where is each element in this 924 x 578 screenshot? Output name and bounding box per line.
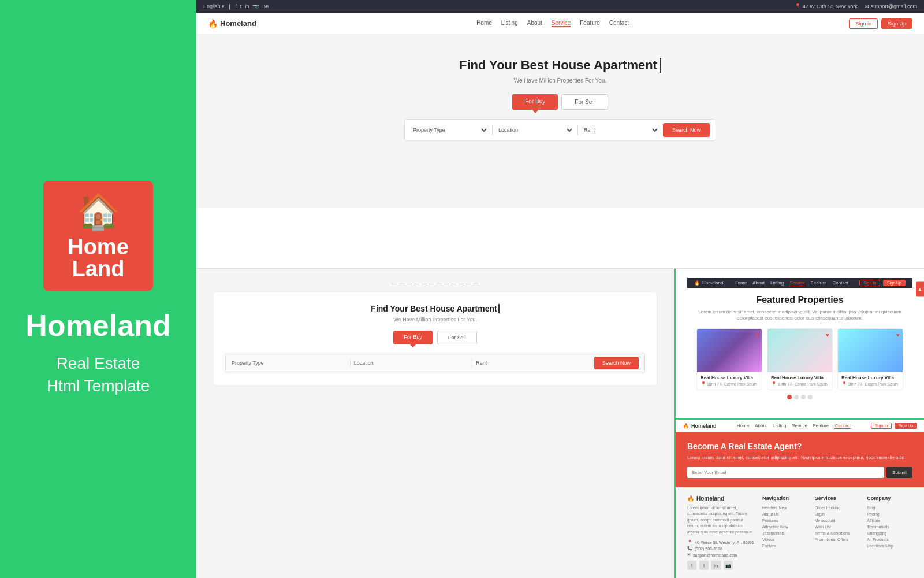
tab-for-sell[interactable]: For Sell <box>561 94 608 110</box>
contact-signin[interactable]: Sign In <box>871 423 892 429</box>
footer-service-account[interactable]: My account <box>815 518 860 523</box>
dot-1[interactable] <box>787 395 792 399</box>
email-input[interactable] <box>687 467 884 478</box>
top-signin[interactable]: Sign In <box>859 280 880 286</box>
footer-company-blog[interactable]: Blog <box>867 506 912 510</box>
for-buy-tab[interactable]: For Buy <box>393 331 433 344</box>
addr-text-1: Birth 77- Centre Park South <box>707 382 757 386</box>
footer-company-pricing[interactable]: Pricing <box>867 512 912 516</box>
footer-company-changelog[interactable]: Changelog <box>867 531 912 535</box>
featured-desc: Lorem ipsum dolor sit amet, consectetur … <box>696 309 903 321</box>
heart-icon-1[interactable]: ♥ <box>755 332 759 338</box>
top-nav-service[interactable]: Service <box>789 280 805 286</box>
pin-icon: 📍 <box>795 3 801 9</box>
nav-listing[interactable]: Listing <box>501 20 518 27</box>
contact-nav-listing[interactable]: Listing <box>773 423 786 429</box>
dot-2[interactable] <box>794 395 799 399</box>
scroll-indicator[interactable]: ▲ <box>916 282 924 297</box>
preview-right-panel: 🔥 Homeland Home About Listing Service Fe… <box>676 269 924 578</box>
footer-service-terms[interactable]: Terms & Conditions <box>815 531 860 535</box>
nav-auth-buttons: Sign in Sign Up <box>849 18 912 29</box>
footer-company-products[interactable]: All Products <box>867 538 912 542</box>
top-nav-feature[interactable]: Feature <box>811 280 827 286</box>
search-divider-1 <box>492 125 493 135</box>
email-text: support@gmail.com <box>871 3 917 9</box>
top-signup[interactable]: Sign Up <box>883 280 906 286</box>
logo-text-land: Land <box>72 258 125 280</box>
linkedin-icon[interactable]: in <box>245 3 249 9</box>
property-card-body-3: Real House Luxury Villa 📍 Birth 77- Cent… <box>838 372 903 390</box>
contact-signup[interactable]: Sign Up <box>895 423 917 429</box>
footer-instagram-icon[interactable]: 📷 <box>724 561 733 570</box>
nav-home[interactable]: Home <box>476 20 492 27</box>
location-text: Location <box>354 360 469 366</box>
footer-company-locations[interactable]: Locations Map <box>867 544 912 548</box>
become-agent-title: Become A Real Estate Agent? <box>687 442 912 451</box>
behance-icon[interactable]: Be <box>262 3 269 9</box>
footer-facebook-icon[interactable]: f <box>687 561 696 570</box>
footer-company-testimonials[interactable]: Testimonials <box>867 525 912 529</box>
contact-nav-about[interactable]: About <box>755 423 767 429</box>
facebook-icon[interactable]: f <box>235 3 237 9</box>
submit-button[interactable]: Submit <box>886 467 912 478</box>
footer-nav-features[interactable]: Features <box>762 518 808 523</box>
divider-a <box>350 358 351 368</box>
footer-linkedin-icon[interactable]: in <box>711 561 721 570</box>
tab-for-buy[interactable]: For Buy <box>512 94 558 110</box>
footer-nav-about[interactable]: About Us <box>762 512 808 516</box>
email-icon: ✉ <box>865 3 869 9</box>
become-agent-section: Become A Real Estate Agent? Lorem ipsum … <box>676 432 924 487</box>
footer-service-order[interactable]: Order tracking <box>815 506 860 510</box>
footer-service-wishlist[interactable]: Wish List <box>815 525 860 529</box>
top-nav-contact[interactable]: Contact <box>832 280 848 286</box>
nav-feature[interactable]: Feature <box>580 20 599 27</box>
footer-twitter-icon[interactable]: t <box>699 561 709 570</box>
heart-icon-2[interactable]: ♥ <box>826 332 829 338</box>
for-sell-tab[interactable]: For Sell <box>437 331 477 344</box>
footer-service-promo[interactable]: Promotional Offers <box>815 538 860 542</box>
property-card-3: ♥ Real House Luxury Villa 📍 Birth 77- Ce… <box>837 328 903 390</box>
dot-4[interactable] <box>808 395 813 399</box>
footer-address: 📍 40 Pierce St, Westerly, RI, 02891 <box>687 540 755 544</box>
contact-nav-feature[interactable]: Feature <box>813 423 829 429</box>
contact-nav-service[interactable]: Service <box>792 423 807 429</box>
rent-select[interactable]: Rent <box>582 127 660 134</box>
brand-subtitle-line2: Html Template <box>47 377 150 395</box>
nav-service[interactable]: Service <box>552 20 571 27</box>
contact-nav-contact[interactable]: Contact <box>834 423 851 429</box>
search-now-button[interactable]: Search Now <box>663 123 710 137</box>
instagram-icon[interactable]: 📷 <box>252 3 259 9</box>
top-nav-listing[interactable]: Listing <box>770 280 784 286</box>
property-card-body-2: Real House Luxury Villa 📍 Birth 77- Cent… <box>767 372 832 390</box>
contact-nav-home[interactable]: Home <box>737 423 749 429</box>
language-label: English <box>203 3 221 9</box>
property-type-select[interactable]: Property Type <box>411 127 489 134</box>
footer-address-text: 40 Pierce St, Westerly, RI, 02891 <box>695 540 754 544</box>
signin-button[interactable]: Sign in <box>849 18 878 29</box>
nav-about[interactable]: About <box>527 20 542 27</box>
location-select[interactable]: Location <box>496 127 574 134</box>
main-nav: 🔥 Homeland Home Listing About Service Fe… <box>196 13 924 35</box>
main-nav-links: Home Listing About Service Feature Conta… <box>476 20 629 27</box>
nav-contact[interactable]: Contact <box>609 20 629 27</box>
top-brand: Homeland <box>702 280 723 286</box>
dot-3[interactable] <box>801 395 806 399</box>
top-nav-home[interactable]: Home <box>735 280 747 286</box>
footer-email: ✉ support@homeland.com <box>687 553 755 557</box>
contact-flame-icon: 🔥 <box>683 423 689 429</box>
top-nav-about[interactable]: About <box>752 280 765 286</box>
footer-nav-footers[interactable]: Footers <box>762 544 808 548</box>
footer-nav-attractive[interactable]: Attractive New <box>762 525 808 529</box>
language-selector[interactable]: English ▾ <box>203 3 225 9</box>
signup-button[interactable]: Sign Up <box>881 18 912 29</box>
footer-service-login[interactable]: Login <box>815 512 860 516</box>
twitter-icon[interactable]: t <box>240 3 242 9</box>
carousel-dots <box>696 390 903 404</box>
footer-company-affiliate[interactable]: Affiliate <box>867 518 912 523</box>
footer-nav-videos[interactable]: Videos <box>762 538 808 542</box>
search-btn-copy[interactable]: Search Now <box>594 357 639 369</box>
footer-nav-headers[interactable]: Headers New <box>762 506 808 510</box>
heart-icon-3[interactable]: ♥ <box>896 332 900 338</box>
property-card-img-1: ♥ <box>697 329 762 372</box>
footer-nav-testimonials[interactable]: Testimonials <box>762 531 808 535</box>
